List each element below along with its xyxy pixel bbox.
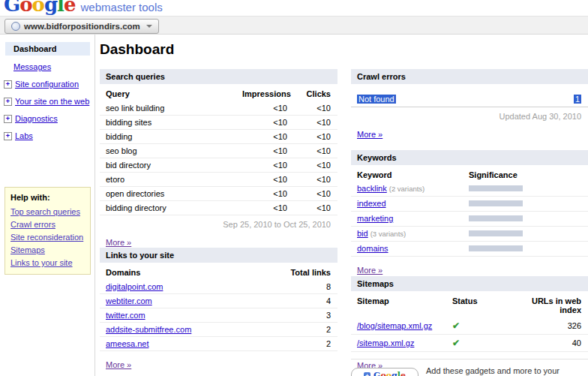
domain-link[interactable]: webtiter.com <box>106 296 152 305</box>
site-selector-dropdown[interactable]: www.bidforpositiondirs.com <box>4 19 159 34</box>
sidebar-item-label[interactable]: Diagnostics <box>15 114 58 123</box>
impressions-cell: <10 <box>242 189 287 198</box>
sidebar-item-your-site-on-web[interactable]: Your site on the web <box>4 97 94 106</box>
logo-letter: l <box>57 0 64 16</box>
section-header-crawl-errors: Crawl errors <box>351 69 588 84</box>
sitemaps-section: Sitemaps Sitemap Status URLs in web inde… <box>351 276 588 370</box>
clicks-cell: <10 <box>287 104 331 113</box>
sidebar-item-diagnostics[interactable]: Diagnostics <box>4 114 94 123</box>
add-to-igoogle-button[interactable]: Google <box>351 368 418 376</box>
igoogle-promo: Google Add these gadgets and more to you… <box>351 359 588 376</box>
sidebar-item-labs[interactable]: Labs <box>4 131 94 140</box>
igoogle-promo-text: Add these gadgets and more to your iGoog… <box>426 366 588 376</box>
sitemaps-header-row: Sitemap Status URLs in web index <box>351 291 588 317</box>
keyword-variants-note: (3 variants) <box>370 230 406 238</box>
help-link-top-search-queries[interactable]: Top search queries <box>10 207 80 216</box>
significance-bar <box>469 245 523 251</box>
section-header-sitemaps: Sitemaps <box>351 276 588 291</box>
mini-logo-letter: o <box>386 371 392 376</box>
keyword-link[interactable]: backlink <box>357 184 387 193</box>
clicks-cell: <10 <box>287 132 331 141</box>
impressions-cell: <10 <box>242 118 287 127</box>
table-row: addsite-submitfree.com2 <box>100 323 338 337</box>
help-link-crawl-errors[interactable]: Crawl errors <box>10 220 56 229</box>
expand-icon[interactable] <box>4 132 12 140</box>
search-queries-header-row: Query Impressions Clicks <box>100 84 338 101</box>
keyword-link[interactable]: indexed <box>357 199 386 208</box>
help-link-sitemaps[interactable]: Sitemaps <box>10 245 45 254</box>
expand-icon[interactable] <box>4 115 12 123</box>
crawl-errors-more-link[interactable]: More » <box>357 130 382 139</box>
date-range: Sep 25, 2010 to Oct 25, 2010 <box>100 215 338 229</box>
sidebar-item-label[interactable]: Site configuration <box>15 80 79 89</box>
google-webmaster-tools-logo: Googlewebmaster tools <box>4 0 163 16</box>
mini-logo-letter: o <box>380 371 386 376</box>
significance-bar <box>469 230 523 236</box>
domain-link[interactable]: twitter.com <box>106 311 146 320</box>
significance-bar <box>469 215 523 221</box>
section-header-search-queries: Search queries <box>100 69 338 84</box>
total-links-cell: 2 <box>286 325 331 334</box>
column-header-total-links: Total links <box>286 268 331 277</box>
total-links-cell: 4 <box>286 296 331 305</box>
keyword-link[interactable]: domains <box>357 244 388 253</box>
crawl-error-type[interactable]: Not found <box>357 95 396 104</box>
crawl-errors-updated: Updated Aug 30, 2010 <box>351 107 588 121</box>
logo-letter: e <box>64 0 76 16</box>
sitemap-row: /blog/sitemap.xml.gz 326 <box>351 317 588 335</box>
clicks-cell: <10 <box>287 161 331 170</box>
keywords-section: Keywords Keyword Significance backlink(2… <box>351 150 588 275</box>
urls-in-index-cell: 40 <box>524 338 581 347</box>
sitemap-link[interactable]: /blog/sitemap.xml.gz <box>357 321 432 330</box>
sitemap-link[interactable]: /sitemap.xml.gz <box>357 338 414 347</box>
clicks-cell: <10 <box>287 146 331 155</box>
domain-link[interactable]: ameesa.net <box>106 339 148 348</box>
links-more-link[interactable]: More » <box>106 360 131 369</box>
sidebar-item-label[interactable]: Your site on the web <box>15 97 89 106</box>
table-row: seo blog<10<10 <box>100 144 338 158</box>
query-cell: etoro <box>106 175 242 184</box>
mini-logo-letter: G <box>374 371 380 376</box>
sidebar-item-site-configuration[interactable]: Site configuration <box>4 80 94 89</box>
chevron-down-icon <box>146 25 152 28</box>
search-queries-section: Search queries Query Impressions Clicks … <box>100 69 338 247</box>
table-row: bidding directory<10<10 <box>100 201 338 215</box>
impressions-cell: <10 <box>242 161 287 170</box>
table-row: bidding sites<10<10 <box>100 116 338 130</box>
sidebar-item-messages[interactable]: Messages <box>14 62 51 71</box>
expand-icon[interactable] <box>4 98 12 106</box>
sidebar-item-label[interactable]: Labs <box>15 131 33 140</box>
help-link-site-reconsideration[interactable]: Site reconsideration <box>10 233 83 242</box>
table-row: digitalpoint.com8 <box>100 280 338 294</box>
search-queries-more-link[interactable]: More » <box>106 238 131 247</box>
site-selector-label: www.bidforpositiondirs.com <box>24 22 140 31</box>
significance-bar <box>469 185 523 191</box>
keyword-link[interactable]: bid <box>357 229 368 238</box>
table-row: bidding<10<10 <box>100 130 338 144</box>
impressions-cell: <10 <box>242 175 287 184</box>
sitemap-row: /sitemap.xml.gz 40 <box>351 335 588 352</box>
domain-link[interactable]: addsite-submitfree.com <box>106 325 191 334</box>
crawl-error-row: Not found 1 <box>351 92 588 107</box>
keywords-more-link[interactable]: More » <box>357 266 382 275</box>
help-link-links-to-your-site[interactable]: Links to your site <box>10 258 73 267</box>
column-header-query: Query <box>106 89 242 98</box>
logo-letter: o <box>20 0 32 16</box>
table-row: etoro<10<10 <box>100 173 338 187</box>
expand-icon[interactable] <box>4 80 12 89</box>
column-header-domains: Domains <box>106 268 286 277</box>
query-cell: open directories <box>106 189 242 198</box>
status-ok-icon <box>452 338 460 348</box>
crawl-error-count: 1 <box>574 95 581 104</box>
keyword-link[interactable]: marketing <box>357 214 393 223</box>
table-row: ameesa.net2 <box>100 337 338 351</box>
help-box: Help with: Top search queries Crawl erro… <box>4 187 91 275</box>
table-row: webtiter.com4 <box>100 294 338 308</box>
impressions-cell: <10 <box>242 146 287 155</box>
sidebar: Dashboard Messages Site configuration Yo… <box>0 35 95 376</box>
site-selector-bar: www.bidforpositiondirs.com <box>0 16 588 35</box>
domain-link[interactable]: digitalpoint.com <box>106 282 163 291</box>
table-row: seo link building<10<10 <box>100 101 338 116</box>
links-header-row: Domains Total links <box>100 263 338 280</box>
sidebar-item-dashboard[interactable]: Dashboard <box>5 42 90 56</box>
